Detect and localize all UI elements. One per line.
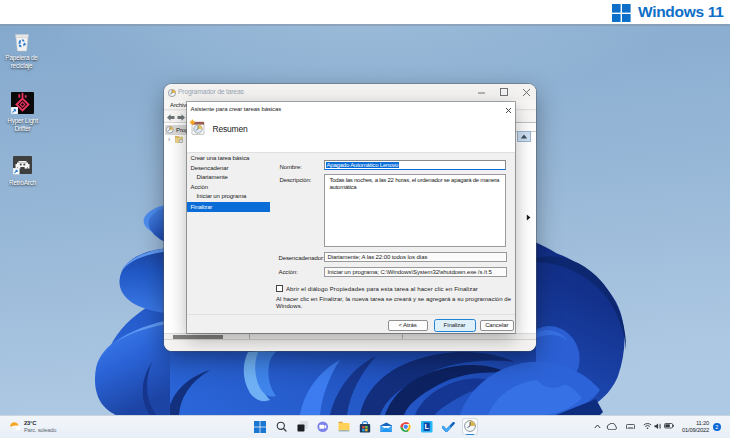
svg-text:L: L: [424, 422, 429, 431]
